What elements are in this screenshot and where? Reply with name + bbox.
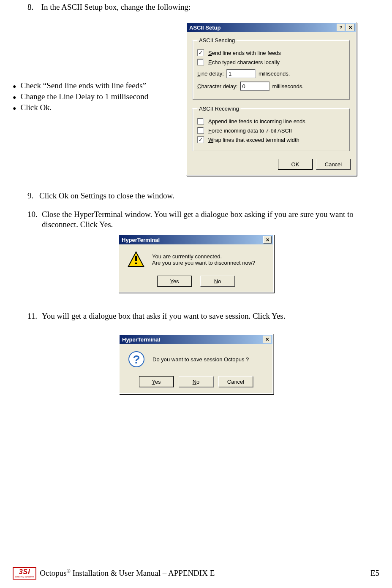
char-delay-input[interactable] [240,81,270,91]
dialog-title: HyperTerminal [122,237,160,243]
warning-icon [128,251,144,268]
no-button[interactable]: No [200,276,235,287]
dialog-titlebar: HyperTerminal ✕ [119,235,273,244]
step-9-number: 9. [27,191,39,201]
force-7bit-checkbox[interactable] [197,127,204,134]
step-8: 8. In the ASCII Setup box, change the fo… [13,3,379,12]
step-11-number: 11. [27,311,42,321]
bullet-item: ● Check “Send line ends with line feeds” [13,81,186,90]
dialog-message: Do you want to save session Octopus ? [152,356,249,363]
dialog-message: You are currently connected. Are you sur… [152,253,255,266]
page-number: E5 [370,569,379,578]
bullet-list: ● Check “Send line ends with line feeds”… [13,22,186,114]
ascii-setup-dialog: ASCII Setup ? ✕ ASCII Sending ✓ SSend li… [186,22,357,176]
ok-button[interactable]: OK [278,159,313,170]
help-button[interactable]: ? [337,24,345,31]
ascii-receiving-group: ASCII Receiving Append line feeds to inc… [193,106,350,151]
footer-title: Octopus® Installation & User Manual – AP… [40,568,215,578]
bullet-item: ● Change the Line Delay to 1 millisecond [13,92,186,101]
step-8-text: In the ASCII Setup box, change the follo… [41,3,191,11]
step-10: 10. Close the HyperTerminal window. You … [13,209,379,230]
step-11: 11. You will get a dialogue box that ask… [13,311,379,321]
step-9: 9. Click Ok on Settings to close the win… [13,191,379,201]
no-button[interactable]: No [179,376,213,387]
dialog-message-line2: Are you sure you want to disconnect now? [152,260,255,266]
bullet-icon: ● [13,83,20,90]
append-label: Append line feeds to incoming line ends [208,118,305,125]
svg-rect-1 [135,256,137,261]
cancel-button[interactable]: Cancel [218,376,253,387]
step-9-text: Click Ok on Settings to close the window… [39,191,375,201]
line-delay-input[interactable] [226,69,256,78]
yes-button[interactable]: Yes [139,376,174,387]
step-10-text: Close the HyperTerminal window. You will… [42,209,375,230]
bullet-icon: ● [13,94,20,101]
company-logo: 3SI Security Systems [13,567,36,580]
hyperterminal-save-dialog: HyperTerminal ✕ ? Do you want to save se… [119,334,273,394]
close-button[interactable]: ✕ [263,236,272,244]
bullet-text: Click Ok. [20,103,52,112]
page-footer: 3SI Security Systems Octopus® Installati… [13,567,379,580]
close-button[interactable]: ✕ [263,336,271,343]
dialog-titlebar: ASCII Setup ? ✕ [187,23,356,32]
append-line-feeds-checkbox[interactable] [197,118,204,125]
echo-label: Echo typed characters locally [208,59,280,65]
force-label: Force incoming data to 7-bit ASCII [208,127,292,134]
bullet-item: ● Click Ok. [13,103,186,112]
svg-rect-2 [135,263,137,264]
wrap-label: Wrap lines that exceed terminal width [208,137,299,143]
send-line-ends-label: SSend line ends with line feedsend line … [208,50,281,56]
step-11-text: You will get a dialogue box that asks if… [42,311,375,321]
bullet-text: Check “Send line ends with line feeds” [20,81,146,90]
bullet-text: Change the Line Delay to 1 millisecond [20,92,148,101]
char-delay-unit: milliseconds. [272,83,303,89]
dialog-titlebar: HyperTerminal ✕ [120,335,272,344]
line-delay-unit: milliseconds. [259,70,290,77]
group-label: ASCII Receiving [197,106,241,112]
dialog-title: HyperTerminal [122,336,160,343]
question-icon: ? [128,351,145,368]
ascii-sending-group: ASCII Sending ✓ SSend line ends with lin… [193,37,350,100]
line-delay-label: Line delay: [197,70,224,77]
dialog-message-line1: You are currently connected. [152,253,255,260]
svg-text:?: ? [133,353,140,366]
close-button[interactable]: ✕ [346,24,354,31]
wrap-lines-checkbox[interactable]: ✓ [197,136,204,143]
cancel-button[interactable]: Cancel [316,159,351,170]
dialog-title: ASCII Setup [189,24,220,31]
echo-checkbox[interactable] [197,59,204,65]
yes-button[interactable]: Yes [157,276,192,287]
send-line-ends-checkbox[interactable]: ✓ [197,49,204,56]
bullet-icon: ● [13,105,20,112]
step-10-number: 10. [27,209,42,230]
hyperterminal-disconnect-dialog: HyperTerminal ✕ You are currently connec… [118,234,274,293]
group-label: ASCII Sending [197,37,237,43]
char-delay-label: Character delay: [197,83,237,89]
step-8-number: 8. [27,3,39,12]
